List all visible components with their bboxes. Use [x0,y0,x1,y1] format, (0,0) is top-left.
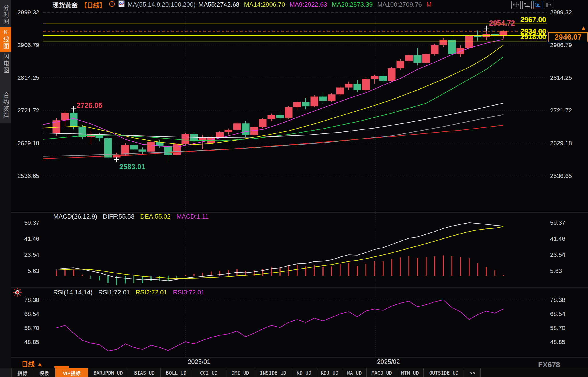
tab-MA_UD[interactable]: MA_UD [342,368,367,377]
ma-value-5: M [426,1,432,8]
tab-CCI_UD[interactable]: CCI_UD [192,368,226,377]
sidebar-item-3[interactable]: 合约资料 [0,87,11,124]
price-annotation: 2967.00 [520,15,546,24]
tab-BIAS_UD[interactable]: BIAS_UD [128,368,161,377]
rsi2-value: RSI2:72.01 [136,289,167,296]
candle-body [440,40,447,45]
ma-settings-label: MA(55,14,9,20,100,200) [128,1,195,8]
panel-right-icon[interactable] [544,1,553,9]
price-annotation: 2726.05 [77,101,102,109]
axis-label: 78.38 [550,297,565,303]
move-icon[interactable] [511,1,521,9]
candlestick-chart[interactable]: 2726.052583.012954.722967.002934.002918.… [0,0,588,377]
candle-body [319,97,327,101]
candle-body [199,138,207,141]
candle-body [216,132,224,137]
ma-values: MA55:2742.68MA14:2906.70MA9:2922.63MA20:… [198,1,432,8]
candle-body [276,115,284,118]
axis-label: 59.37 [550,219,565,226]
sun-icon[interactable] [13,287,22,298]
tab-INSIDE_UD[interactable]: INSIDE_UD [255,368,291,377]
tab-bar: 指标模板VIP指标BARUPDN_UDBIAS_UDBOLL_UDCCI_UDD… [0,368,588,377]
period-selector[interactable]: 日线 ▲ [21,359,43,368]
sidebar-item-0[interactable]: 分时图 [0,3,11,26]
tab-BARUPDN_UD[interactable]: BARUPDN_UD [88,368,128,377]
candle-body [121,145,129,154]
candle-body [311,97,318,106]
candle-body [130,145,138,149]
period-tag[interactable]: 【日线】 [81,0,106,9]
tab-BOLL_UD[interactable]: BOLL_UD [161,368,192,377]
axis-label: 68.54 [550,311,565,317]
macd-pane-header: MACD(26,12,9) DIFF:55.58 DEA:55.02 MACD:… [53,213,213,220]
chart-doc-icon[interactable] [118,0,125,9]
rsi1-value: RSI1:72.01 [98,289,130,296]
candle-body [362,79,370,90]
ma-value-2: MA9:2922.63 [290,1,327,8]
candle-body [371,76,379,79]
tab-VIP指标[interactable]: VIP指标 [55,368,88,377]
axis-label: 2629.18 [550,140,572,146]
axis-label: 2721.72 [550,107,572,114]
ma-value-3: MA20:2873.39 [332,1,373,8]
pane-divider [11,212,588,213]
tab->>[interactable]: >> [464,368,481,377]
candle-body [285,107,293,118]
candle-body [422,54,430,63]
candle-body [182,134,189,144]
candle-body [147,142,155,151]
candle-body [242,123,250,135]
candle-body [379,76,387,81]
toolbar-icon-group [511,1,553,9]
current-price-box: 2946.07 [548,32,588,42]
axis-label: 2814.25 [550,75,572,81]
tab-模板[interactable]: 模板 [33,368,55,377]
price-annotation: 2918.00 [520,33,546,41]
candle-body [388,68,396,81]
ma-line-MA200 [43,125,503,159]
candle-body [173,144,181,155]
ma-line-MA9 [43,39,503,147]
axis-play-icon[interactable] [533,1,542,9]
pane-divider [11,287,588,288]
candle-body [336,88,344,95]
candle-body [448,40,456,54]
candle-body [431,45,439,54]
axis-label: 23.54 [550,252,565,258]
tab-指标[interactable]: 指标 [12,368,33,377]
candle-body [465,36,473,48]
axis-label: 2999.32 [550,9,572,15]
pane-divider [11,357,588,358]
axis-label: 58.70 [550,325,565,331]
candle-body [70,113,78,127]
ma-line-MA14 [43,45,503,145]
candle-body [354,84,361,90]
xaxis-label-jan: 2025/01 [188,358,211,366]
tab-bar-spacer [0,368,12,377]
rsi3-value: RSI3:72.01 [173,289,205,296]
axis-scale-icon[interactable] [522,1,532,9]
axis-label: 41.46 [550,236,565,242]
ma-value-1: MA14:2906.70 [244,1,285,8]
tab-KDJ_UD[interactable]: KDJ_UD [317,368,342,377]
axis-label: 2536.65 [550,173,572,179]
candle-body [474,36,482,37]
sidebar-item-1[interactable]: K线图 [0,27,11,52]
sidebar-item-2[interactable]: 闪电图 [0,52,11,75]
candle-body [79,127,86,137]
axis-label: 2906.79 [550,42,572,48]
circle-plus-icon[interactable] [109,0,115,9]
tab-OUTSIDE_UD[interactable]: OUTSIDE_UD [424,368,464,377]
macd-value: MACD:1.11 [177,213,209,220]
tab-KD_UD[interactable]: KD_UD [291,368,317,377]
candle-body [414,55,422,63]
macd-dea-value: DEA:55.02 [140,213,170,220]
tab-MTM_UD[interactable]: MTM_UD [397,368,424,377]
tab-MACD_UD[interactable]: MACD_UD [367,368,397,377]
ma-value-4: MA100:2709.76 [377,1,422,8]
candle-body [397,61,404,68]
candle-body [61,113,69,120]
candle-body [302,102,310,106]
tab-DMI_UD[interactable]: DMI_UD [226,368,255,377]
chart-header: 现货黄金 【日线】 MA(55,14,9,20,100,200) MA55:27… [52,1,432,9]
